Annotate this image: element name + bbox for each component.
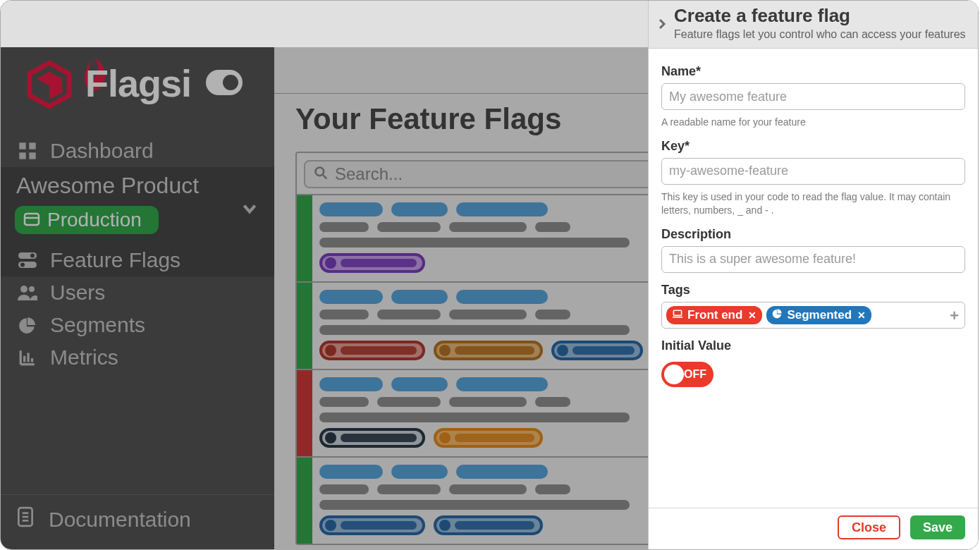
remove-tag-icon[interactable]: ✕: [857, 310, 866, 321]
save-button[interactable]: Save: [910, 515, 965, 539]
remove-tag-icon[interactable]: ✕: [748, 310, 757, 321]
tag-front-end[interactable]: Front end ✕: [666, 306, 762, 324]
toggle-text: OFF: [684, 368, 706, 381]
name-label: Name*: [661, 64, 965, 79]
pie-icon: [772, 308, 783, 322]
drawer-footer: Close Save: [649, 508, 978, 549]
drawer-header: Create a feature flag Feature flags let …: [649, 1, 978, 49]
create-flag-drawer: Create a feature flag Feature flags let …: [648, 1, 978, 549]
tag-label: Front end: [687, 308, 742, 322]
drawer-subtitle: Feature flags let you control who can ac…: [674, 28, 966, 41]
laptop-icon: [672, 308, 683, 322]
chevron-right-icon[interactable]: [656, 5, 668, 36]
description-label: Description: [661, 227, 965, 242]
description-input[interactable]: [661, 246, 965, 273]
key-input[interactable]: [661, 158, 965, 185]
modal-overlay[interactable]: [1, 47, 649, 549]
svg-rect-28: [673, 310, 681, 315]
tag-label: Segmented: [787, 308, 852, 322]
drawer-title: Create a feature flag: [674, 5, 966, 27]
key-label: Key*: [661, 139, 965, 154]
name-input[interactable]: [661, 83, 965, 110]
initial-value-label: Initial Value: [661, 338, 965, 353]
app-window: Flagsi Dashboard Awesome Product: [0, 0, 979, 550]
name-help: A readable name for your feature: [661, 116, 965, 129]
tag-segmented[interactable]: Segmented ✕: [766, 306, 871, 324]
initial-value-toggle[interactable]: OFF: [661, 362, 713, 387]
toggle-knob: [664, 365, 684, 384]
drawer-body: Name* A readable name for your feature K…: [649, 49, 978, 508]
tags-label: Tags: [661, 283, 965, 298]
add-tag-button[interactable]: +: [950, 307, 959, 325]
tags-input[interactable]: Front end ✕ Segmented ✕ +: [661, 302, 965, 329]
close-button[interactable]: Close: [838, 515, 900, 539]
key-help: This key is used in your code to read th…: [661, 190, 965, 217]
